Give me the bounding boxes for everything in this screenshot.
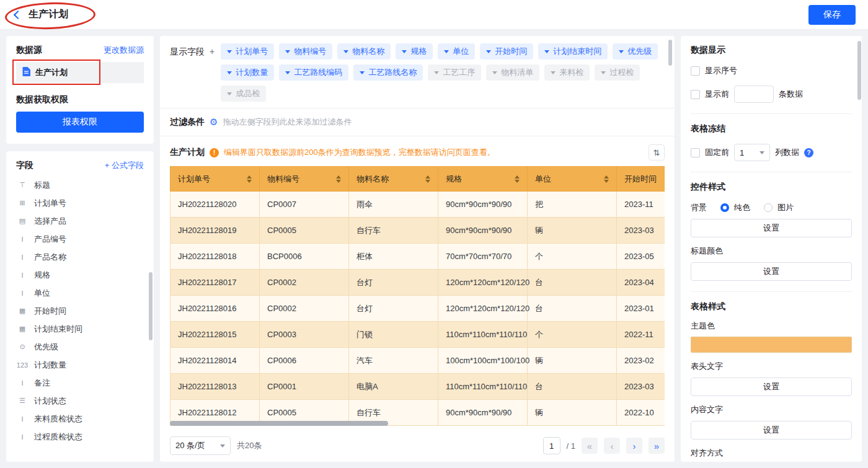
column-header-unit[interactable]: 单位 bbox=[528, 167, 617, 192]
cell: JH20221128014 bbox=[170, 348, 260, 374]
field-item-spec[interactable]: I规格 bbox=[16, 266, 144, 284]
cell: 台 bbox=[528, 270, 617, 296]
table-freeze-title: 表格冻结 bbox=[691, 123, 852, 135]
field-item-remark[interactable]: I备注 bbox=[16, 374, 144, 392]
chevron-down-icon bbox=[227, 50, 232, 53]
field-item-unit[interactable]: I单位 bbox=[16, 284, 144, 302]
image-radio[interactable] bbox=[764, 203, 773, 212]
chip-material-no[interactable]: 物料编号 bbox=[279, 43, 332, 60]
current-page[interactable]: 1 bbox=[543, 437, 560, 454]
show-first-checkbox[interactable] bbox=[691, 90, 700, 99]
background-label: 背景 bbox=[691, 202, 707, 213]
fields-card: 字段 + 公式字段 ⊤标题 ⊞计划单号 ▤选择产品 I产品编号 I产品名称 I规… bbox=[6, 151, 154, 462]
chip-plan-no[interactable]: 计划单号 bbox=[221, 43, 274, 60]
chip-route-name[interactable]: 工艺路线名称 bbox=[353, 64, 423, 81]
field-item-end-time[interactable]: ▦计划结束时间 bbox=[16, 320, 144, 338]
field-item-incoming-qc[interactable]: I来料质检状态 bbox=[16, 410, 144, 428]
next-page-button[interactable]: › bbox=[626, 438, 642, 454]
left-scrollbar-thumb[interactable] bbox=[149, 272, 153, 340]
save-button[interactable]: 保存 bbox=[808, 5, 856, 25]
change-datasource-link[interactable]: 更改数据源 bbox=[104, 45, 144, 56]
field-item-priority[interactable]: ⊙优先级 bbox=[16, 338, 144, 356]
column-header-plan-no[interactable]: 计划单号 bbox=[170, 167, 260, 192]
chip-final-check[interactable]: 成品检 bbox=[221, 86, 266, 102]
freeze-columns-checkbox[interactable] bbox=[691, 148, 700, 157]
table-header-row: 计划单号 物料编号 物料名称 规格 单位 开始时间 bbox=[170, 167, 665, 192]
chip-start-time[interactable]: 开始时间 bbox=[480, 43, 533, 60]
page-size-select[interactable]: 20 条/页 bbox=[170, 436, 231, 455]
display-fields-section: 显示字段 + 计划单号 物料编号 物料名称 规格 单位 开始时间 计划结束时间 … bbox=[160, 36, 675, 108]
column-header-material-no[interactable]: 物料编号 bbox=[260, 167, 349, 192]
chip-bom[interactable]: 物料清单 bbox=[486, 64, 539, 81]
chip-priority[interactable]: 优先级 bbox=[613, 43, 658, 60]
column-header-start-time[interactable]: 开始时间 bbox=[617, 167, 665, 192]
first-page-button[interactable]: « bbox=[582, 438, 598, 454]
chip-spec[interactable]: 规格 bbox=[396, 43, 433, 60]
field-item-product-no[interactable]: I产品编号 bbox=[16, 230, 144, 248]
freeze-count-select[interactable]: 1 bbox=[734, 144, 770, 161]
align-label: 对齐方式 bbox=[691, 448, 852, 459]
header-text-set-button[interactable]: 设置 bbox=[691, 377, 852, 396]
chip-material-name[interactable]: 物料名称 bbox=[337, 43, 391, 60]
field-item-start-time[interactable]: ▦开始时间 bbox=[16, 302, 144, 320]
content-text-set-button[interactable]: 设置 bbox=[691, 421, 852, 439]
theme-color-swatch[interactable] bbox=[691, 337, 852, 353]
back-icon[interactable] bbox=[14, 10, 22, 19]
show-first-count-input[interactable] bbox=[734, 86, 774, 103]
chip-plan-qty[interactable]: 计划数量 bbox=[221, 64, 274, 81]
data-table: 计划单号 物料编号 物料名称 规格 单位 开始时间 JH20221128020C… bbox=[170, 166, 665, 426]
title-color-set-button[interactable]: 设置 bbox=[691, 262, 852, 281]
add-formula-field-link[interactable]: + 公式字段 bbox=[105, 160, 144, 171]
cell: JH20221128015 bbox=[170, 322, 260, 348]
chip-unit[interactable]: 单位 bbox=[438, 43, 475, 60]
sort-carets-icon[interactable] bbox=[515, 175, 520, 183]
background-set-button[interactable]: 设置 bbox=[691, 219, 852, 237]
field-item-title[interactable]: ⊤标题 bbox=[16, 176, 144, 194]
sort-carets-icon[interactable] bbox=[604, 175, 609, 183]
chip-process-check[interactable]: 过程检 bbox=[595, 64, 640, 81]
list-icon: ☰ bbox=[16, 397, 29, 405]
horizontal-scrollbar-thumb[interactable] bbox=[170, 421, 388, 426]
cell: 110cm*110cm*110/110 bbox=[438, 322, 528, 348]
column-header-spec[interactable]: 规格 bbox=[438, 167, 528, 192]
table-row: JH20221128019CP0005自行车90cm*90cm*90/90辆20… bbox=[170, 218, 665, 244]
solid-color-radio[interactable] bbox=[720, 203, 729, 212]
column-header-material-name[interactable]: 物料名称 bbox=[349, 167, 438, 192]
show-index-checkbox[interactable] bbox=[691, 66, 700, 76]
display-field-chips: 计划单号 物料编号 物料名称 规格 单位 开始时间 计划结束时间 优先级 计划数… bbox=[221, 43, 665, 102]
field-item-product-name[interactable]: I产品名称 bbox=[16, 248, 144, 266]
add-display-field-button[interactable]: + bbox=[210, 46, 215, 102]
chevron-down-icon bbox=[360, 71, 365, 74]
sort-carets-icon[interactable] bbox=[425, 175, 430, 183]
chip-label: 开始时间 bbox=[495, 46, 527, 57]
chip-process-step[interactable]: 工艺工序 bbox=[428, 64, 481, 81]
right-scrollbar-thumb[interactable] bbox=[857, 41, 861, 100]
cell: 辆 bbox=[528, 400, 617, 426]
sort-carets-icon[interactable] bbox=[247, 175, 252, 183]
cell: JH20221128017 bbox=[170, 270, 260, 296]
prev-page-button[interactable]: ‹ bbox=[604, 438, 620, 454]
chip-route-code[interactable]: 工艺路线编码 bbox=[279, 64, 348, 81]
chip-label: 物料清单 bbox=[501, 67, 533, 78]
gear-icon[interactable]: ⚙ bbox=[210, 117, 218, 128]
chip-end-time[interactable]: 计划结束时间 bbox=[538, 43, 608, 60]
chip-label: 来料检 bbox=[559, 67, 583, 78]
sort-order-button[interactable]: ⇅ bbox=[649, 144, 665, 161]
field-item-select-product[interactable]: ▤选择产品 bbox=[16, 212, 144, 230]
cell: 2023-03 bbox=[617, 218, 665, 244]
datasource-item[interactable]: 生产计划 bbox=[16, 62, 144, 83]
field-item-plan-qty[interactable]: 123计划数量 bbox=[16, 356, 144, 374]
field-item-plan-status[interactable]: ☰计划状态 bbox=[16, 392, 144, 410]
sort-carets-icon[interactable] bbox=[336, 175, 341, 183]
fields-title: 字段 bbox=[16, 160, 33, 171]
circle-select-icon: ⊙ bbox=[16, 343, 29, 351]
chips-scrollbar-thumb[interactable] bbox=[668, 40, 672, 66]
chip-label: 工艺路线名称 bbox=[368, 67, 417, 78]
last-page-button[interactable]: » bbox=[649, 438, 665, 454]
report-permission-button[interactable]: 报表权限 bbox=[16, 112, 144, 133]
help-icon[interactable]: ? bbox=[804, 148, 813, 157]
field-item-plan-no[interactable]: ⊞计划单号 bbox=[16, 194, 144, 212]
field-item-process-qc[interactable]: I过程质检状态 bbox=[16, 428, 144, 446]
chip-incoming-check[interactable]: 来料检 bbox=[544, 64, 590, 81]
field-label: 产品编号 bbox=[34, 234, 66, 245]
